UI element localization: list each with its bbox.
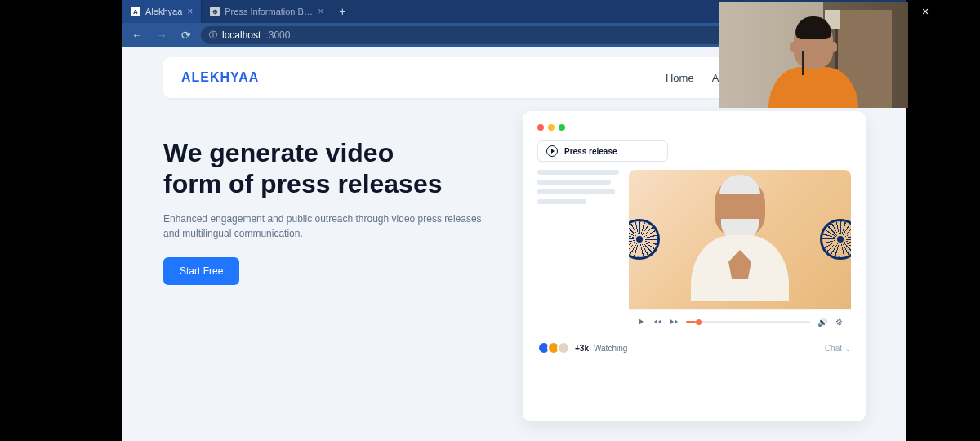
video-controls: 🔊 ⚙: [629, 310, 851, 333]
skip-forward-icon[interactable]: [670, 318, 678, 326]
browser-tab-inactive[interactable]: ⊕ Press Information Bureau ×: [202, 0, 332, 23]
watching-row: +3k Watching Chat ⌄: [537, 341, 851, 354]
press-release-pill: Press release: [537, 140, 668, 162]
progress-bar[interactable]: [686, 321, 810, 323]
back-button[interactable]: ←: [127, 25, 147, 45]
hero-illustration: Press release: [523, 111, 866, 421]
site-logo[interactable]: ALEKHYAA: [181, 70, 259, 85]
skip-back-icon[interactable]: [653, 318, 662, 326]
text-skeleton: [537, 170, 619, 333]
reload-button[interactable]: ⟳: [176, 25, 196, 45]
dot-min-icon: [548, 124, 555, 131]
pill-label: Press release: [564, 147, 617, 156]
hero-title-line1: We generate video: [163, 138, 394, 167]
avatar: [557, 341, 570, 354]
flag-chakra-icon: [629, 219, 660, 260]
favicon-icon: A: [131, 7, 140, 16]
chat-toggle[interactable]: Chat ⌄: [825, 344, 851, 353]
browser-tab-active[interactable]: A Alekhyaa ×: [122, 0, 202, 23]
play-icon: [546, 145, 558, 157]
close-icon[interactable]: ×: [187, 6, 193, 17]
chevron-down-icon: ⌄: [844, 344, 851, 353]
dot-close-icon: [537, 124, 544, 131]
watch-count: +3k: [575, 344, 589, 353]
window-close-button[interactable]: ×: [908, 2, 942, 21]
volume-icon[interactable]: 🔊: [818, 318, 826, 326]
hero-title-line2: form of press releases: [163, 169, 443, 198]
watch-label: Watching: [594, 344, 627, 353]
forward-button: →: [152, 25, 172, 45]
nav-home[interactable]: Home: [666, 72, 694, 84]
hero-title: We generate video form of press releases: [163, 137, 490, 200]
video-preview: 🔊 ⚙: [629, 170, 851, 333]
tab-title: Press Information Bureau: [225, 7, 313, 16]
site-info-icon[interactable]: ⓘ: [209, 29, 217, 41]
url-host: localhost: [222, 29, 261, 41]
new-tab-button[interactable]: +: [332, 5, 352, 18]
gear-icon[interactable]: ⚙: [835, 318, 843, 326]
window-dots: [537, 124, 851, 131]
hero-section: We generate video form of press releases…: [163, 137, 490, 285]
url-path: :3000: [265, 29, 290, 41]
tab-title: Alekhyaa: [145, 7, 182, 16]
close-icon[interactable]: ×: [318, 6, 323, 17]
chat-label: Chat: [825, 344, 842, 353]
globe-icon: ⊕: [210, 7, 220, 16]
avatar-stack: [537, 341, 570, 354]
person-illustration: [683, 178, 797, 309]
webcam-overlay: [719, 2, 908, 108]
play-icon[interactable]: [637, 318, 645, 326]
hero-subtitle: Enhanced engagement and public outreach …: [163, 212, 490, 241]
video-thumbnail: [629, 170, 851, 309]
flag-chakra-icon: [820, 219, 851, 260]
start-free-button[interactable]: Start Free: [163, 257, 239, 285]
webcam-person: [756, 21, 871, 108]
dot-max-icon: [559, 124, 565, 131]
